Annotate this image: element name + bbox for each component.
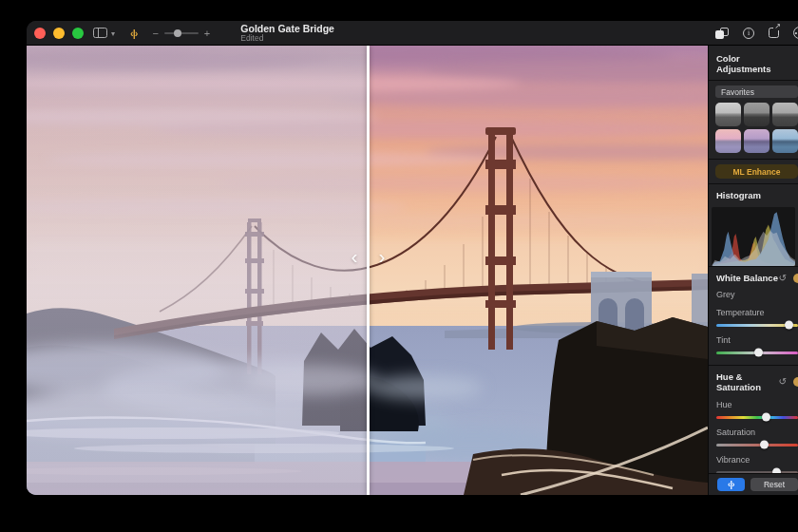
divider-line bbox=[709, 80, 798, 81]
tint-label: Tint bbox=[716, 335, 790, 345]
histogram-svg bbox=[712, 207, 795, 266]
saturation-label: Saturation bbox=[716, 428, 790, 437]
document-status: Edited bbox=[240, 34, 334, 44]
compare-button[interactable]: ‹|› bbox=[717, 478, 745, 491]
duplicate-icon bbox=[715, 28, 729, 39]
reset-icon[interactable]: ↺ bbox=[779, 274, 787, 283]
document-title-block: Golden Gate Bridge Edited bbox=[240, 23, 334, 44]
window-body: ‹ › Color Adjustments Favorites ML Enhan… bbox=[27, 46, 798, 495]
white-balance-title: White Balance bbox=[716, 273, 778, 283]
tint-slider[interactable] bbox=[716, 348, 798, 357]
preset-thumbnail-cool-purple[interactable] bbox=[744, 129, 770, 153]
info-button[interactable]: i bbox=[743, 28, 754, 39]
title-bar: ▾ ‹|› − + Golden Gate Bridge Edited i ••… bbox=[27, 21, 798, 46]
hue-track bbox=[716, 416, 798, 419]
vibrance-label: Vibrance bbox=[716, 455, 790, 465]
compare-divider-handle[interactable] bbox=[367, 46, 370, 495]
toolbar-right-icons: i ••• bbox=[715, 27, 798, 39]
more-options-button[interactable]: ••• bbox=[793, 27, 798, 39]
hue-thumb[interactable] bbox=[762, 413, 770, 422]
preset-thumbnail-mono-medium[interactable] bbox=[772, 103, 798, 126]
fullscreen-button[interactable] bbox=[72, 28, 84, 39]
photo-canvas[interactable]: ‹ › bbox=[27, 46, 708, 495]
hue-saturation-header: Hue & Saturation ↺ bbox=[709, 366, 798, 392]
preset-grid bbox=[715, 103, 798, 153]
close-button[interactable] bbox=[34, 28, 46, 39]
tint-thumb[interactable] bbox=[754, 349, 763, 357]
zoom-out-button[interactable]: − bbox=[152, 28, 158, 39]
divider-right-arrow-icon[interactable]: › bbox=[379, 245, 386, 268]
saturation-slider[interactable] bbox=[716, 440, 798, 449]
preset-thumbnail-mono-light[interactable] bbox=[715, 103, 741, 126]
favorites-label: Favorites bbox=[721, 87, 754, 97]
zoom-slider-thumb[interactable] bbox=[174, 29, 181, 37]
white-balance-header: White Balance ↺ bbox=[709, 267, 798, 283]
divider-line bbox=[709, 159, 798, 160]
zoom-slider[interactable] bbox=[164, 28, 199, 38]
preset-thumbnail-mono-dark[interactable] bbox=[744, 103, 770, 126]
ml-enhance-button[interactable]: ML Enhance bbox=[715, 164, 798, 179]
temperature-thumb[interactable] bbox=[785, 321, 793, 330]
hue-saturation-title: Hue & Saturation bbox=[716, 371, 779, 392]
favorites-dropdown[interactable]: Favorites bbox=[715, 86, 798, 98]
show-original-button[interactable] bbox=[715, 28, 729, 39]
reset-button[interactable]: Reset bbox=[750, 478, 798, 491]
document-title: Golden Gate Bridge bbox=[240, 23, 334, 34]
sidebar-icon bbox=[93, 28, 107, 38]
saturation-track bbox=[716, 444, 798, 446]
export-button[interactable] bbox=[769, 28, 779, 38]
minimize-button[interactable] bbox=[53, 28, 65, 39]
sidebar-toggle-button[interactable] bbox=[93, 28, 107, 38]
chevron-down-icon[interactable]: ▾ bbox=[111, 29, 115, 38]
preset-thumbnail-cool-blue[interactable] bbox=[772, 129, 798, 153]
divider-left-arrow-icon[interactable]: ‹ bbox=[352, 245, 358, 268]
histogram-chart bbox=[712, 207, 795, 266]
temperature-slider[interactable] bbox=[716, 320, 798, 330]
white-balance-mode[interactable]: Grey bbox=[716, 290, 790, 299]
saturation-thumb[interactable] bbox=[760, 441, 769, 449]
panel-title: Color Adjustments bbox=[709, 46, 798, 80]
hue-label: Hue bbox=[716, 400, 790, 409]
hue-slider[interactable] bbox=[716, 412, 798, 422]
before-view-overlay bbox=[27, 46, 368, 495]
histogram-label: Histogram bbox=[709, 184, 798, 204]
preset-thumbnail-warm-pink[interactable] bbox=[715, 129, 741, 153]
app-window: ▾ ‹|› − + Golden Gate Bridge Edited i ••… bbox=[27, 21, 798, 495]
panel-footer: ‹|› Reset bbox=[709, 473, 798, 495]
zoom-in-button[interactable]: + bbox=[204, 28, 210, 39]
zoom-control: − + bbox=[152, 28, 210, 39]
temperature-label: Temperature bbox=[716, 308, 790, 317]
hue-saturation-toggle[interactable] bbox=[793, 377, 798, 387]
white-balance-toggle[interactable] bbox=[793, 274, 798, 283]
reset-icon[interactable]: ↺ bbox=[779, 377, 787, 387]
traffic-lights bbox=[34, 28, 84, 39]
color-adjustments-panel: Color Adjustments Favorites ML Enhance H… bbox=[708, 46, 798, 495]
compare-mode-button[interactable]: ‹|› bbox=[130, 28, 137, 39]
